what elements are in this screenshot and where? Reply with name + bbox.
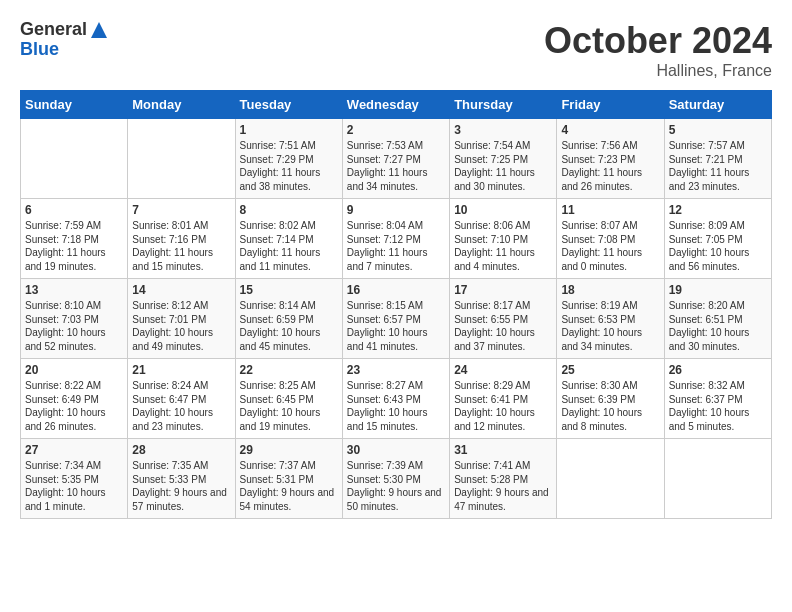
day-info: Sunrise: 8:30 AMSunset: 6:39 PMDaylight:… (561, 379, 659, 433)
logo-icon (89, 20, 109, 40)
col-sunday: Sunday (21, 91, 128, 119)
calendar-cell: 27Sunrise: 7:34 AMSunset: 5:35 PMDayligh… (21, 439, 128, 519)
day-number: 8 (240, 203, 338, 217)
day-number: 6 (25, 203, 123, 217)
calendar-header-row: Sunday Monday Tuesday Wednesday Thursday… (21, 91, 772, 119)
calendar-cell (557, 439, 664, 519)
calendar-cell: 3Sunrise: 7:54 AMSunset: 7:25 PMDaylight… (450, 119, 557, 199)
day-number: 3 (454, 123, 552, 137)
calendar-cell: 15Sunrise: 8:14 AMSunset: 6:59 PMDayligh… (235, 279, 342, 359)
calendar-cell: 9Sunrise: 8:04 AMSunset: 7:12 PMDaylight… (342, 199, 449, 279)
calendar-cell: 23Sunrise: 8:27 AMSunset: 6:43 PMDayligh… (342, 359, 449, 439)
calendar-week-3: 20Sunrise: 8:22 AMSunset: 6:49 PMDayligh… (21, 359, 772, 439)
day-info: Sunrise: 7:39 AMSunset: 5:30 PMDaylight:… (347, 459, 445, 513)
day-number: 4 (561, 123, 659, 137)
calendar-cell (664, 439, 771, 519)
day-number: 25 (561, 363, 659, 377)
calendar-cell: 8Sunrise: 8:02 AMSunset: 7:14 PMDaylight… (235, 199, 342, 279)
day-number: 30 (347, 443, 445, 457)
day-number: 18 (561, 283, 659, 297)
col-friday: Friday (557, 91, 664, 119)
day-info: Sunrise: 8:09 AMSunset: 7:05 PMDaylight:… (669, 219, 767, 273)
day-info: Sunrise: 8:24 AMSunset: 6:47 PMDaylight:… (132, 379, 230, 433)
day-number: 10 (454, 203, 552, 217)
day-number: 14 (132, 283, 230, 297)
day-info: Sunrise: 8:32 AMSunset: 6:37 PMDaylight:… (669, 379, 767, 433)
calendar-cell: 30Sunrise: 7:39 AMSunset: 5:30 PMDayligh… (342, 439, 449, 519)
day-info: Sunrise: 8:20 AMSunset: 6:51 PMDaylight:… (669, 299, 767, 353)
day-number: 12 (669, 203, 767, 217)
day-number: 2 (347, 123, 445, 137)
day-info: Sunrise: 7:41 AMSunset: 5:28 PMDaylight:… (454, 459, 552, 513)
day-number: 23 (347, 363, 445, 377)
calendar-cell: 19Sunrise: 8:20 AMSunset: 6:51 PMDayligh… (664, 279, 771, 359)
calendar-cell: 25Sunrise: 8:30 AMSunset: 6:39 PMDayligh… (557, 359, 664, 439)
col-tuesday: Tuesday (235, 91, 342, 119)
calendar-cell (128, 119, 235, 199)
page-header: General Blue October 2024 Hallines, Fran… (10, 10, 782, 85)
day-number: 1 (240, 123, 338, 137)
day-number: 17 (454, 283, 552, 297)
calendar-container: Sunday Monday Tuesday Wednesday Thursday… (10, 85, 782, 529)
calendar-cell: 1Sunrise: 7:51 AMSunset: 7:29 PMDaylight… (235, 119, 342, 199)
calendar-cell: 26Sunrise: 8:32 AMSunset: 6:37 PMDayligh… (664, 359, 771, 439)
logo-blue-text: Blue (20, 40, 109, 60)
day-info: Sunrise: 8:14 AMSunset: 6:59 PMDaylight:… (240, 299, 338, 353)
day-info: Sunrise: 8:15 AMSunset: 6:57 PMDaylight:… (347, 299, 445, 353)
day-number: 7 (132, 203, 230, 217)
day-info: Sunrise: 7:54 AMSunset: 7:25 PMDaylight:… (454, 139, 552, 193)
day-number: 5 (669, 123, 767, 137)
day-number: 11 (561, 203, 659, 217)
svg-marker-0 (91, 22, 107, 38)
day-number: 24 (454, 363, 552, 377)
day-number: 21 (132, 363, 230, 377)
day-number: 13 (25, 283, 123, 297)
calendar-cell: 28Sunrise: 7:35 AMSunset: 5:33 PMDayligh… (128, 439, 235, 519)
calendar-week-0: 1Sunrise: 7:51 AMSunset: 7:29 PMDaylight… (21, 119, 772, 199)
location: Hallines, France (544, 62, 772, 80)
calendar-cell: 31Sunrise: 7:41 AMSunset: 5:28 PMDayligh… (450, 439, 557, 519)
day-number: 27 (25, 443, 123, 457)
day-number: 31 (454, 443, 552, 457)
calendar-cell: 24Sunrise: 8:29 AMSunset: 6:41 PMDayligh… (450, 359, 557, 439)
day-info: Sunrise: 8:06 AMSunset: 7:10 PMDaylight:… (454, 219, 552, 273)
day-info: Sunrise: 7:34 AMSunset: 5:35 PMDaylight:… (25, 459, 123, 513)
calendar-cell: 16Sunrise: 8:15 AMSunset: 6:57 PMDayligh… (342, 279, 449, 359)
logo-general-text: General (20, 20, 87, 40)
calendar-cell: 18Sunrise: 8:19 AMSunset: 6:53 PMDayligh… (557, 279, 664, 359)
day-info: Sunrise: 8:02 AMSunset: 7:14 PMDaylight:… (240, 219, 338, 273)
day-info: Sunrise: 7:57 AMSunset: 7:21 PMDaylight:… (669, 139, 767, 193)
col-wednesday: Wednesday (342, 91, 449, 119)
calendar-cell: 21Sunrise: 8:24 AMSunset: 6:47 PMDayligh… (128, 359, 235, 439)
calendar-cell: 10Sunrise: 8:06 AMSunset: 7:10 PMDayligh… (450, 199, 557, 279)
day-info: Sunrise: 8:01 AMSunset: 7:16 PMDaylight:… (132, 219, 230, 273)
calendar-cell (21, 119, 128, 199)
day-number: 22 (240, 363, 338, 377)
day-info: Sunrise: 7:56 AMSunset: 7:23 PMDaylight:… (561, 139, 659, 193)
day-number: 16 (347, 283, 445, 297)
title-block: October 2024 Hallines, France (544, 20, 772, 80)
day-info: Sunrise: 7:53 AMSunset: 7:27 PMDaylight:… (347, 139, 445, 193)
calendar-table: Sunday Monday Tuesday Wednesday Thursday… (20, 90, 772, 519)
col-saturday: Saturday (664, 91, 771, 119)
day-number: 19 (669, 283, 767, 297)
day-info: Sunrise: 8:25 AMSunset: 6:45 PMDaylight:… (240, 379, 338, 433)
day-info: Sunrise: 8:10 AMSunset: 7:03 PMDaylight:… (25, 299, 123, 353)
day-number: 28 (132, 443, 230, 457)
day-number: 26 (669, 363, 767, 377)
day-info: Sunrise: 7:35 AMSunset: 5:33 PMDaylight:… (132, 459, 230, 513)
day-number: 20 (25, 363, 123, 377)
calendar-cell: 5Sunrise: 7:57 AMSunset: 7:21 PMDaylight… (664, 119, 771, 199)
day-info: Sunrise: 7:51 AMSunset: 7:29 PMDaylight:… (240, 139, 338, 193)
day-number: 9 (347, 203, 445, 217)
day-number: 15 (240, 283, 338, 297)
day-info: Sunrise: 8:19 AMSunset: 6:53 PMDaylight:… (561, 299, 659, 353)
day-info: Sunrise: 8:07 AMSunset: 7:08 PMDaylight:… (561, 219, 659, 273)
calendar-cell: 29Sunrise: 7:37 AMSunset: 5:31 PMDayligh… (235, 439, 342, 519)
calendar-cell: 13Sunrise: 8:10 AMSunset: 7:03 PMDayligh… (21, 279, 128, 359)
col-thursday: Thursday (450, 91, 557, 119)
calendar-cell: 12Sunrise: 8:09 AMSunset: 7:05 PMDayligh… (664, 199, 771, 279)
day-info: Sunrise: 8:29 AMSunset: 6:41 PMDaylight:… (454, 379, 552, 433)
day-info: Sunrise: 7:59 AMSunset: 7:18 PMDaylight:… (25, 219, 123, 273)
calendar-cell: 4Sunrise: 7:56 AMSunset: 7:23 PMDaylight… (557, 119, 664, 199)
